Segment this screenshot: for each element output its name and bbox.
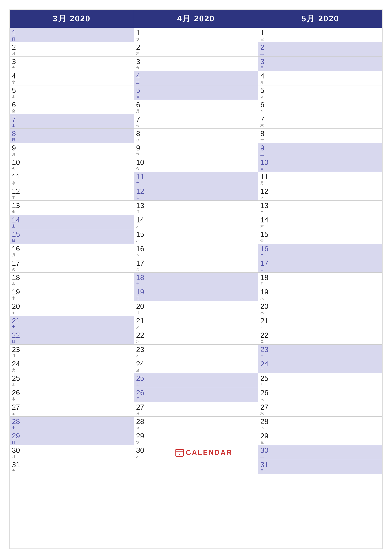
day-number: 1	[136, 29, 148, 37]
day-row: 1金	[258, 28, 382, 42]
day-name: 日	[260, 469, 272, 473]
day-number: 11	[12, 173, 24, 180]
day-row: 19火	[258, 287, 382, 301]
day-row: 25月	[258, 373, 382, 388]
day-number: 19	[12, 288, 24, 296]
day-name: 木	[136, 353, 148, 358]
day-row: 14木	[258, 215, 382, 229]
day-number: 7	[12, 116, 24, 123]
day-row: 5日	[134, 85, 258, 100]
day-content	[150, 244, 258, 258]
day-number-col: 27水	[258, 402, 274, 416]
day-content	[274, 201, 382, 215]
day-row: 22日	[10, 330, 134, 345]
day-number: 11	[136, 173, 148, 180]
day-name: 火	[12, 267, 24, 272]
day-name: 日	[136, 195, 148, 200]
day-number-col: 29金	[258, 431, 274, 445]
day-name: 火	[136, 425, 148, 430]
day-name: 金	[260, 339, 272, 344]
day-row: 22水	[134, 330, 258, 345]
day-number-col: 25土	[134, 373, 150, 388]
day-content	[150, 287, 258, 301]
day-row: 26木	[10, 388, 134, 402]
day-number-col: 16月	[10, 244, 25, 258]
month-header-march: 3月 2020	[10, 10, 134, 28]
day-row: 19木	[10, 287, 134, 301]
day-number: 26	[12, 389, 24, 396]
day-content	[274, 258, 382, 272]
svg-text:7: 7	[179, 452, 180, 456]
day-content	[25, 157, 134, 172]
day-number: 20	[260, 303, 272, 310]
day-number-col: 16土	[258, 244, 274, 258]
day-number: 15	[260, 231, 272, 238]
day-number: 16	[136, 245, 148, 252]
day-row: 11月	[258, 172, 382, 186]
day-row: 2木	[134, 42, 258, 57]
day-row: 9月	[10, 143, 134, 157]
day-number: 23	[260, 346, 272, 353]
day-number: 29	[260, 432, 272, 439]
day-number-col: 14火	[134, 215, 150, 229]
day-number: 2	[136, 44, 148, 51]
day-row: 18月	[258, 273, 382, 287]
day-number: 28	[12, 418, 24, 425]
day-name: 木	[12, 397, 24, 401]
day-number-col: 7土	[10, 114, 25, 128]
day-row: 31日	[258, 460, 382, 474]
day-content	[150, 402, 258, 416]
day-number-col: 30土	[258, 445, 274, 460]
day-name: 金	[136, 267, 148, 272]
day-row: 23月	[10, 345, 134, 359]
day-row: 31火	[10, 460, 134, 474]
day-row: 9木	[134, 143, 258, 157]
day-row: 21火	[134, 316, 258, 330]
day-number: 10	[12, 159, 24, 166]
day-content	[150, 172, 258, 186]
day-number: 3	[260, 58, 272, 65]
day-row: 24火	[10, 359, 134, 373]
day-name: 土	[136, 80, 148, 85]
day-number-col: 10日	[258, 157, 274, 172]
day-number-col: 9木	[134, 143, 150, 157]
day-number: 28	[260, 418, 272, 425]
day-name: 火	[12, 368, 24, 372]
day-row: 27金	[10, 402, 134, 416]
day-row: 2月	[10, 42, 134, 57]
day-number: 23	[136, 346, 148, 353]
day-number-col: 12日	[134, 186, 150, 200]
day-name: 金	[136, 166, 148, 171]
day-number-col: 13金	[10, 201, 25, 215]
day-row: 23土	[258, 345, 382, 359]
day-number-col: 21土	[10, 316, 25, 330]
day-content	[25, 28, 134, 42]
day-number-col: 4月	[258, 71, 274, 85]
day-number-col: 18月	[258, 273, 274, 287]
day-name: 金	[260, 440, 272, 445]
day-number: 6	[260, 101, 272, 108]
day-number-col: 8日	[10, 129, 25, 143]
day-content	[25, 186, 134, 200]
day-number: 21	[260, 317, 272, 324]
day-name: 火	[260, 397, 272, 401]
day-content	[25, 229, 134, 244]
day-row: 12木	[10, 186, 134, 201]
day-content	[150, 143, 258, 157]
day-number-col: 26日	[134, 388, 150, 402]
day-row: 13月	[134, 201, 258, 215]
day-number: 12	[260, 188, 272, 195]
day-number: 22	[136, 331, 148, 339]
day-name: 木	[136, 51, 148, 56]
day-name: 月	[136, 310, 148, 315]
day-number: 14	[12, 216, 24, 224]
day-content	[150, 201, 258, 215]
day-row: 10金	[134, 157, 258, 172]
calendar-logo-icon: 7	[175, 448, 184, 457]
day-row: 10火	[10, 157, 134, 172]
day-row: 20金	[10, 301, 134, 316]
day-number-col: 19木	[10, 287, 25, 301]
day-number-col: 6月	[134, 100, 150, 114]
day-number-col: 30木	[134, 445, 150, 460]
day-row: 6金	[10, 100, 134, 114]
